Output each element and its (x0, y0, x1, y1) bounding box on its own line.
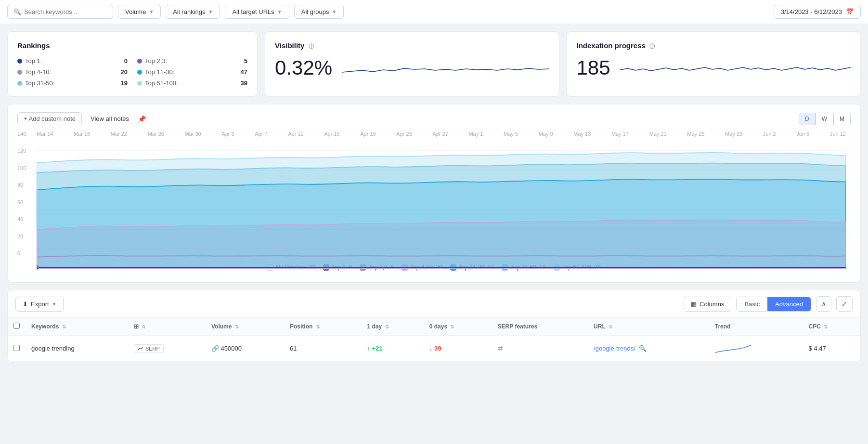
indexation-value: 185 (577, 58, 610, 78)
volume-filter-btn[interactable]: Volume ▼ (118, 5, 161, 19)
rankings-grid: Top 1: 0 Top 2,3: 5 Top 4-10: (17, 57, 247, 87)
ranking-item-top1: Top 1: 0 (17, 57, 128, 65)
header-keywords: Keywords ⇅ (26, 318, 128, 336)
rankings-card: Rankings Top 1: 0 Top 2,3: 5 (7, 31, 258, 97)
value-top51100: 39 (241, 79, 247, 87)
columns-label: Columns (700, 300, 724, 308)
urls-filter-btn[interactable]: All target URLs ▼ (225, 5, 289, 19)
data-table: Keywords ⇅ ⊞ ⇅ Volume ⇅ Position ⇅ (8, 318, 860, 362)
add-note-label: + Add custom note (24, 115, 76, 122)
top-bar: 🔍 Volume ▼ All rankings ▼ All target URL… (0, 0, 868, 24)
sort-icon-keywords[interactable]: ⇅ (62, 324, 66, 329)
chevron-down-icon: ▼ (208, 9, 213, 14)
header-cpc: CPC ⇅ (803, 318, 860, 336)
row-checkbox[interactable] (13, 345, 20, 351)
value-top23: 5 (244, 57, 247, 65)
chevron-down-icon: ▼ (149, 9, 154, 14)
groups-filter-btn[interactable]: All groups ▼ (294, 5, 344, 19)
basic-view-button[interactable]: Basic (737, 297, 767, 311)
chevron-down-icon: ▼ (52, 301, 57, 307)
value-top1130: 47 (241, 68, 247, 76)
expand-icon: ⤢ (842, 300, 847, 308)
serp-features-icon: ⇄ (498, 345, 503, 352)
visibility-title: Visibility ⓘ (275, 41, 549, 50)
search-icon: 🔍 (13, 8, 21, 15)
header-volume: Volume ⇅ (206, 318, 284, 336)
collapse-button[interactable]: ∧ (816, 296, 831, 312)
trend-icon (138, 346, 143, 352)
sort-icon-url[interactable]: ⇅ (609, 324, 612, 329)
view-toggle: Basic Advanced (736, 297, 811, 312)
expand-button[interactable]: ⤢ (836, 296, 853, 312)
label-top410: Top 4-10: (25, 68, 51, 76)
row-volume: 🔗 450000 (206, 336, 284, 362)
sort-icon-0days[interactable]: ⇅ (450, 324, 454, 329)
rankings-filter-btn[interactable]: All rankings ▼ (166, 5, 220, 19)
sort-icon-volume[interactable]: ⇅ (235, 324, 239, 329)
visibility-card: Visibility ⓘ 0.32% (265, 31, 559, 97)
table-section: ⬇ Export ▼ ▦ Columns Basic Advanced ∧ (7, 290, 861, 362)
table-row: google trending SERP 🔗 450000 (8, 336, 860, 362)
header-trend: Trend (709, 318, 803, 336)
row-serp-features: ⇄ (492, 336, 588, 362)
dot-top1130 (137, 70, 142, 75)
chart-area: + Add custom note View all notes 📌 D W M (7, 104, 861, 283)
row-keyword: google trending (26, 336, 128, 362)
view-notes-label: View all notes (91, 115, 129, 122)
ranking-item-top23: Top 2,3: 5 (137, 57, 247, 65)
add-note-button[interactable]: + Add custom note (17, 112, 82, 125)
chevron-down-icon: ▼ (277, 9, 282, 14)
advanced-view-button[interactable]: Advanced (767, 297, 811, 311)
period-buttons: D W M (799, 113, 851, 125)
indexation-title: Indexation progress ⓘ (577, 41, 851, 50)
search-input[interactable] (24, 8, 107, 15)
groups-filter-label: All groups (301, 8, 329, 15)
chart-svg (37, 131, 846, 270)
link-icon[interactable]: 🔗 (211, 345, 219, 352)
table-toolbar: ⬇ Export ▼ ▦ Columns Basic Advanced ∧ (8, 290, 860, 318)
label-top1130: Top 11-30: (145, 68, 174, 76)
info-icon-visibility: ⓘ (309, 43, 314, 49)
table-header: Keywords ⇅ ⊞ ⇅ Volume ⇅ Position ⇅ (8, 318, 860, 336)
value-top3150: 19 (121, 79, 128, 87)
row-1day-change: ↑ +21 (361, 336, 423, 362)
row-trend (709, 336, 803, 362)
dot-top23 (137, 59, 142, 64)
row-serp-badge: SERP (128, 336, 206, 362)
pin-icon[interactable]: 📌 (138, 115, 146, 123)
sort-icon-position[interactable]: ⇅ (316, 324, 320, 329)
search-url-icon[interactable]: 🔍 (639, 345, 647, 352)
columns-button[interactable]: ▦ Columns (684, 297, 731, 312)
visibility-value: 0.32% (275, 58, 332, 78)
sort-icon-cpc[interactable]: ⇅ (824, 324, 828, 329)
search-box[interactable]: 🔍 (7, 5, 113, 19)
header-url: URL ⇅ (588, 318, 709, 336)
ranking-item-top51100: Top 51-100: 39 (137, 79, 247, 87)
basic-label: Basic (744, 300, 760, 308)
select-all-checkbox[interactable] (13, 323, 20, 329)
date-range-btn[interactable]: 3/14/2023 - 6/12/2023 📅 (774, 5, 861, 19)
period-week-button[interactable]: W (816, 113, 833, 125)
serp-badge[interactable]: SERP (134, 344, 164, 353)
ranking-item-top3150: Top 31-50: 19 (17, 79, 128, 87)
cards-row: Rankings Top 1: 0 Top 2,3: 5 (7, 31, 861, 97)
row-checkbox-cell (8, 336, 26, 362)
ranking-item-top410: Top 4-10: 20 (17, 68, 128, 76)
sort-icon-serp[interactable]: ⇅ (142, 324, 145, 329)
export-button[interactable]: ⬇ Export ▼ (15, 297, 64, 312)
trend-sparkline (715, 340, 753, 355)
export-label: Export (31, 300, 49, 308)
value-top1: 0 (124, 57, 128, 65)
url-link[interactable]: /google-trends/ (594, 345, 635, 352)
period-month-button[interactable]: M (833, 113, 851, 125)
main-content: Rankings Top 1: 0 Top 2,3: 5 (0, 24, 868, 369)
view-notes-button[interactable]: View all notes (87, 113, 133, 125)
columns-icon: ▦ (691, 300, 697, 308)
info-icon-indexation: ⓘ (649, 43, 655, 49)
calendar-icon: 📅 (846, 8, 854, 15)
sort-icon-1day[interactable]: ⇅ (385, 324, 389, 329)
period-day-button[interactable]: D (799, 113, 816, 125)
chart-wrapper: 140 120 100 80 60 40 20 0 (17, 131, 851, 256)
ranking-item-top1130: Top 11-30: 47 (137, 68, 247, 76)
volume-filter-label: Volume (125, 8, 146, 15)
